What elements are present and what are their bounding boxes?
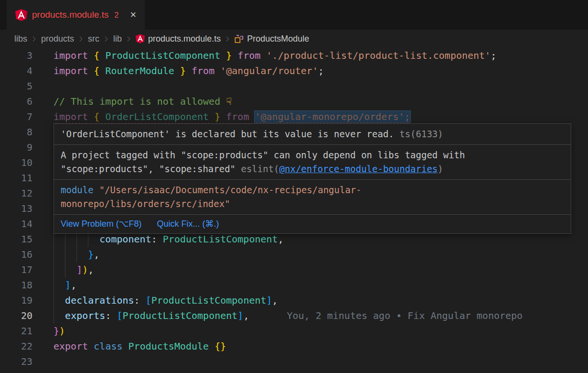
code-content: ]), (53, 262, 588, 277)
git-blame-annotation: You, 2 minutes ago • Fix Angular monorep… (287, 310, 523, 321)
code-line-17[interactable]: 17 ]), (0, 262, 588, 277)
line-number[interactable]: 17 (0, 262, 32, 277)
breadcrumb-item-libs[interactable]: libs (14, 34, 27, 44)
code-token: ] (65, 279, 71, 291)
code-content: exports: [ProductListComponent],You, 2 m… (53, 308, 588, 323)
indent-guide (65, 247, 65, 262)
code-token: } (53, 325, 59, 337)
line-number[interactable]: 13 (0, 201, 32, 216)
code-token: } (88, 249, 94, 260)
quick-fix-action[interactable]: Quick Fix... (⌘.) (157, 217, 219, 231)
code-token: export (53, 340, 88, 352)
code-line-7[interactable]: 7import { OrderListComponent } from '@an… (0, 109, 588, 124)
code-content: import { OrderListComponent } from '@ang… (53, 109, 588, 124)
code-token: '@angular-monorepo/orders'; (255, 111, 410, 122)
code-token: } (214, 111, 220, 122)
line-number[interactable]: 15 (0, 231, 32, 247)
line-number[interactable]: 14 (0, 216, 32, 231)
line-number[interactable]: 8 (0, 124, 32, 140)
breadcrumb-item-src[interactable]: src (88, 34, 99, 44)
tab-products-module[interactable]: products.module.ts 2 × (7, 0, 145, 30)
module-path-line1: module"/Users/isaac/Documents/code/nx-re… (61, 183, 564, 197)
code-token: , (278, 233, 284, 245)
eslint-rule-link[interactable]: @nx/enforce-module-boundaries (279, 164, 438, 174)
code-content: // This import is not allowed ☟ (53, 94, 588, 109)
code-token: { (94, 65, 99, 77)
line-number[interactable]: 23 (0, 354, 32, 369)
indent-guide (65, 262, 65, 277)
code-token: ProductsModule (128, 340, 209, 352)
code-text: import { ProductListComponent } from './… (53, 50, 496, 61)
code-token: ProductListComponent (123, 310, 238, 321)
line-number[interactable]: 9 (0, 140, 32, 155)
diagnostic-eslint-boundaries: A project tagged with "scope:products" c… (54, 144, 571, 179)
line-number[interactable]: 5 (0, 78, 32, 94)
code-token (123, 340, 128, 352)
view-problem-action[interactable]: View Problem (⌥F8) (61, 217, 141, 231)
code-token: class (94, 340, 122, 352)
code-token: ) (82, 264, 88, 275)
code-token: ] (237, 310, 243, 321)
code-token (53, 310, 65, 321)
code-token: ProductListComponent (151, 295, 267, 306)
code-line-18[interactable]: 18 ], (0, 277, 588, 293)
line-number[interactable]: 12 (0, 186, 32, 201)
code-line-19[interactable]: 19 declarations: [ProductListComponent], (0, 293, 588, 308)
eslint-message-line2: "scope:products", "scope:shared" eslint(… (61, 162, 564, 176)
code-line-5[interactable]: 5 (0, 78, 588, 94)
line-number[interactable]: 19 (0, 293, 32, 308)
code-token: // This import is not allowed (53, 96, 226, 107)
code-text: ]), (53, 264, 94, 275)
code-token: ] (76, 264, 82, 275)
line-number[interactable]: 6 (0, 94, 32, 109)
breadcrumb-item-file[interactable]: products.module.ts (136, 34, 221, 44)
code-token: RouterModule (99, 65, 180, 77)
code-token: {} (214, 340, 226, 352)
module-path-line2: monorepo/libs/orders/src/index" (61, 197, 564, 211)
code-line-23[interactable]: 23 (0, 354, 588, 369)
code-line-4[interactable]: 4import { RouterModule } from '@angular/… (0, 63, 588, 78)
code-token: declarations (65, 295, 134, 306)
code-text: ], (53, 279, 76, 291)
line-number[interactable]: 10 (0, 155, 32, 170)
close-icon[interactable]: × (130, 10, 136, 20)
code-token (232, 50, 237, 61)
code-token (214, 65, 220, 77)
code-token: ; (318, 65, 324, 77)
code-token (53, 249, 88, 260)
module-path-text: monorepo/libs/orders/src/index" (61, 198, 230, 209)
code-content (53, 354, 588, 369)
code-line-22[interactable]: 22export class ProductsModule {} (0, 339, 588, 354)
chevron-right-icon (77, 35, 85, 43)
code-line-20[interactable]: 20 exports: [ProductListComponent],You, … (0, 308, 588, 323)
line-number[interactable]: 11 (0, 170, 32, 186)
code-text: declarations: [ProductListComponent], (53, 295, 278, 306)
code-content: export class ProductsModule {} (53, 339, 588, 354)
code-content: }) (53, 323, 588, 339)
code-line-3[interactable]: 3import { ProductListComponent } from '.… (0, 48, 588, 63)
line-number[interactable]: 4 (0, 63, 32, 78)
eslint-source-prefix: eslint( (235, 164, 279, 174)
indent-guide (53, 277, 54, 293)
line-number[interactable]: 16 (0, 247, 32, 262)
code-token: import (53, 50, 88, 61)
code-token: } (226, 50, 232, 61)
code-line-21[interactable]: 21}) (0, 323, 588, 339)
code-token (88, 340, 94, 352)
line-number[interactable]: 20 (0, 308, 32, 323)
breadcrumb-item-lib[interactable]: lib (113, 34, 122, 44)
indent-guide (53, 262, 54, 277)
line-number[interactable]: 7 (0, 109, 32, 124)
chevron-right-icon (31, 35, 38, 43)
breadcrumb-item-products[interactable]: products (41, 34, 74, 44)
breadcrumb-item-symbol[interactable]: ProductsModule (235, 34, 309, 44)
line-number[interactable]: 22 (0, 339, 32, 354)
code-token: import (53, 111, 88, 122)
line-number[interactable]: 3 (0, 48, 32, 63)
code-token: from (226, 111, 249, 122)
code-line-16[interactable]: 16 }, (0, 247, 588, 262)
code-text: exports: [ProductListComponent], (53, 310, 249, 321)
line-number[interactable]: 18 (0, 277, 32, 293)
code-line-6[interactable]: 6// This import is not allowed ☟ (0, 94, 588, 109)
line-number[interactable]: 21 (0, 323, 32, 339)
